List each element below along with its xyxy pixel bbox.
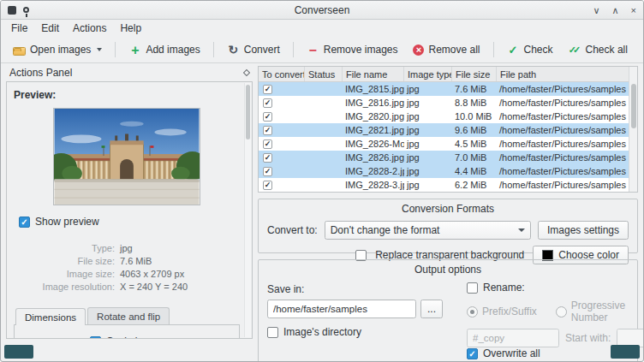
cell-file-path: /home/faster/Pictures/samples	[497, 96, 629, 110]
window-title: Converseen	[1, 4, 643, 16]
close-icon[interactable]: ×	[631, 4, 636, 16]
table-row[interactable]: IMG_2821.jpg jpg 9.6 MiB /home/faster/Pi…	[259, 123, 629, 137]
column-header[interactable]: To convert	[259, 67, 305, 81]
cell-file-size: 4.5 MiB	[452, 137, 497, 151]
corner-accent-right	[611, 345, 640, 359]
cell-image-type: jpg	[404, 82, 452, 96]
toolbar-button-label: Remove all	[428, 44, 480, 56]
toolbar-button-label: Check all	[586, 44, 628, 56]
toolbar-button[interactable]: Open images	[6, 40, 109, 59]
column-header[interactable]: File name	[343, 67, 404, 81]
column-header[interactable]: File path	[497, 67, 629, 81]
toolbar-button[interactable]: Check all	[562, 40, 635, 60]
toolbar-button-label: Check	[524, 44, 553, 56]
table-row[interactable]: IMG_2826.jpg jpg 7.0 MiB /home/faster/Pi…	[259, 151, 629, 164]
rename-label: Rename:	[483, 282, 525, 294]
column-header[interactable]: File size	[452, 67, 497, 81]
panel-tab[interactable]: Dimensions	[15, 308, 86, 325]
actions-panel-body: Preview:	[6, 81, 253, 339]
menu-item[interactable]: Edit	[34, 21, 66, 36]
toolbar-button[interactable]: Add images	[122, 40, 206, 60]
panel-scrollbar[interactable]	[244, 83, 251, 337]
cell-file-name: IMG_2815.jpg	[343, 82, 404, 96]
column-header[interactable]: Status	[305, 67, 343, 81]
start-with-label: Start with:	[565, 332, 611, 344]
metadata-label: File size:	[14, 256, 115, 266]
row-checkbox[interactable]	[263, 153, 272, 163]
rename-pattern-input[interactable]	[467, 329, 559, 347]
cell-status	[305, 164, 343, 178]
metadata-value: 7.6 MiB	[120, 256, 240, 266]
table-scrollbar-thumb[interactable]	[631, 84, 636, 128]
row-checkbox[interactable]	[263, 181, 272, 190]
browse-button[interactable]: ...	[420, 300, 443, 318]
float-panel-icon[interactable]	[243, 69, 250, 76]
show-preview-checkbox[interactable]	[19, 217, 30, 228]
panel-scrollbar-thumb[interactable]	[246, 85, 250, 139]
format-select[interactable]: Don't change the format	[325, 221, 531, 240]
table-row[interactable]: IMG_2816.jpg jpg 8.8 MiB /home/faster/Pi…	[259, 96, 629, 110]
menu-item[interactable]: Actions	[66, 21, 113, 36]
images-directory-checkbox[interactable]	[267, 327, 278, 338]
row-checkbox[interactable]	[263, 126, 272, 135]
toolbar-button[interactable]: Convert	[220, 40, 287, 60]
cell-file-size: 8.8 MiB	[452, 96, 497, 110]
row-checkbox[interactable]	[263, 112, 272, 122]
column-header[interactable]: Image type	[404, 67, 452, 81]
row-checkbox[interactable]	[263, 139, 272, 149]
rename-checkbox[interactable]	[467, 282, 478, 294]
cell-file-path: /home/faster/Pictures/samples	[497, 164, 629, 178]
scale-image-checkbox[interactable]	[90, 336, 101, 340]
cell-file-size: 7.0 MiB	[452, 151, 497, 164]
progressive-number-radio[interactable]	[556, 306, 567, 317]
cell-file-name: IMG_2821.jpg	[343, 123, 404, 137]
cell-file-path: /home/faster/Pictures/samples	[497, 123, 629, 137]
prefix-suffix-radio[interactable]	[467, 306, 478, 317]
toolbar-button[interactable]: Remove all	[406, 40, 486, 59]
row-checkbox[interactable]	[263, 85, 272, 94]
panel-tab[interactable]: Rotate and flip	[87, 307, 170, 324]
row-checkbox[interactable]	[263, 98, 272, 108]
cell-file-size: 4.4 MiB	[452, 164, 497, 178]
start-with-input[interactable]	[617, 329, 644, 347]
minimize-icon[interactable]: ∨	[593, 4, 599, 16]
conversion-formats-group: Conversion Formats Convert to: Don't cha…	[258, 199, 638, 253]
cell-file-name: IMG_2828-3.jpg	[343, 178, 404, 192]
cell-status	[305, 151, 343, 164]
convert-icon	[227, 44, 240, 56]
toolbar-button[interactable]: Remove images	[300, 40, 405, 60]
metadata-value: jpg	[120, 243, 240, 253]
table-row[interactable]: IMG_2815.jpg jpg 7.6 MiB /home/faster/Pi…	[259, 82, 629, 96]
maximize-icon[interactable]: ∧	[612, 4, 619, 16]
overwrite-all-checkbox[interactable]	[467, 348, 478, 359]
actions-panel-header[interactable]: Actions Panel	[6, 66, 253, 81]
cell-file-name: IMG_2826-Mo...	[343, 137, 404, 151]
table-row[interactable]: IMG_2828-3.jpg jpg 6.2 MiB /home/faster/…	[259, 178, 629, 192]
cell-file-path: /home/faster/Pictures/samples	[497, 82, 629, 96]
titlebar[interactable]: Converseen ∨∧×	[1, 1, 643, 20]
images-settings-button[interactable]: Images settings	[538, 221, 629, 240]
chevron-down-icon[interactable]	[97, 48, 102, 51]
convert-to-label: Convert to:	[267, 224, 318, 236]
toolbar-button[interactable]: Check	[500, 40, 560, 60]
panel-tabs: DimensionsRotate and flip	[14, 307, 240, 324]
metadata-value: 4063 x 2709 px	[120, 269, 240, 279]
metadata-label: Image size:	[14, 269, 115, 279]
corner-accent-left	[4, 345, 33, 359]
window-controls: ∨∧×	[593, 4, 636, 16]
metadata-value: X = 240 Y = 240	[120, 282, 240, 292]
table-row[interactable]: IMG_2826-Mo... jpg 4.5 MiB /home/faster/…	[259, 137, 629, 151]
toolbar-button-label: Convert	[244, 44, 280, 56]
save-path-input[interactable]	[267, 300, 416, 318]
scale-image-label: Scale image	[106, 335, 163, 339]
table-scrollbar[interactable]	[629, 67, 637, 192]
menu-item[interactable]: Help	[113, 21, 148, 36]
row-checkbox[interactable]	[263, 167, 272, 176]
cell-file-path: /home/faster/Pictures/samples	[497, 110, 629, 123]
menu-item[interactable]: File	[4, 21, 34, 36]
cell-status	[305, 110, 343, 123]
remove-icon	[307, 44, 319, 56]
table-row[interactable]: IMG_2820.jpg jpg 10.0 MiB /home/faster/P…	[259, 110, 629, 123]
menubar: FileEditActionsHelp	[1, 20, 643, 37]
table-row[interactable]: IMG_2828-2.jpg jpg 4.4 MiB /home/faster/…	[259, 164, 629, 178]
